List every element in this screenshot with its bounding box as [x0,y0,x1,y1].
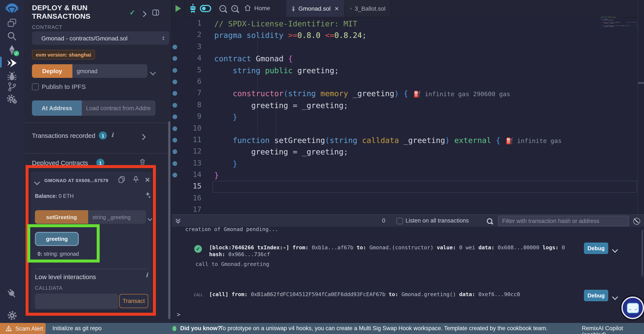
minimap-line [600,30,638,31]
clear-console-ban-icon[interactable] [633,218,640,226]
home-tab-label: Home [254,4,270,11]
scam-alert-button[interactable]: Scam Alert [0,323,46,334]
terminal-scrollbar[interactable] [642,230,643,277]
run-script-play-icon[interactable] [176,5,181,14]
setgreeting-expand-chevron-icon[interactable] [148,214,152,222]
tx-log-block[interactable]: [block:7646266 txIndex:-] from: 0xb1a...… [209,244,584,257]
deploy-expand-chevron-icon[interactable] [151,68,155,76]
terminal-filter-input[interactable]: Filter with transaction hash or address [498,216,629,226]
code-line[interactable]: 17 [172,204,644,215]
deploy-run-panel: DEPLOY & RUNTRANSACTIONS ✓ CONTRACT Gmon… [24,0,171,323]
terminal-search-icon[interactable] [487,218,492,226]
transactions-info-icon[interactable]: i [111,131,114,138]
panel-collapse-chevron-icon[interactable] [142,10,146,18]
calldata-input[interactable] [35,294,118,309]
code-text: contract Gmonad { [214,53,293,64]
at-address-button[interactable]: At Address [32,100,82,116]
tab-close-icon[interactable]: ✕ [334,5,339,12]
line-number: 1 [172,19,202,27]
code-text: // SPDX-License-Identifier: MIT [214,18,357,29]
deploy-run-icon[interactable] [0,57,24,69]
copilot-status[interactable]: RemixAI Copilot (enabled) [582,325,644,334]
zoom-out-icon[interactable]: − [219,5,226,14]
setgreeting-button[interactable]: setGreeting [35,210,88,224]
code-line[interactable]: 2pragma solidity >=0.8.0 <=0.8.24; [172,29,644,41]
low-level-info-icon[interactable]: i [146,272,148,278]
contract-select[interactable]: Gmonad - contracts/Gmonad.sol ▲▼ [32,31,169,45]
line-number: 4 [172,54,202,62]
pin-to-side-icon[interactable] [152,8,160,18]
terminal-prompt[interactable]: > [177,312,180,318]
setgreeting-arg-input[interactable]: string _greeting [88,210,146,224]
transactions-expand-chevron-icon[interactable] [140,133,145,141]
git-branch-icon[interactable] [0,81,24,93]
minimap[interactable]: // SPDX-License-Identifier: MITpragma so… [600,16,638,67]
line-number: 17 [172,205,202,214]
card-collapse-chevron-icon[interactable] [35,178,39,186]
log-expand-chevron-icon[interactable] [613,246,617,254]
code-line[interactable]: 13 } [172,158,644,169]
greeting-button[interactable]: greeting [35,232,79,246]
constructor-arg-input[interactable]: gmonad [72,64,147,78]
trash-icon[interactable] [139,158,146,167]
tab-gmonad-sol[interactable]: Gmonad.sol ✕ [286,0,344,17]
at-address-input[interactable]: Load contract from Addre [82,100,156,116]
code-line[interactable]: 14} [172,169,644,181]
code-line[interactable]: 4contract Gmonad { [172,53,644,64]
code-line[interactable]: 6 [172,76,644,88]
terminal-collapse-icon[interactable] [176,217,180,223]
line-number: 16 [172,194,202,202]
editor-scrollbar-thumb[interactable] [638,82,644,84]
code-line[interactable]: 16 [172,193,644,204]
close-contract-icon[interactable]: ✕ [145,176,150,184]
plugin-gears-icon[interactable] [0,93,24,105]
code-area[interactable]: 1// SPDX-License-Identifier: MIT2pragma … [172,18,644,214]
tab-home[interactable]: Home [244,4,270,11]
code-line[interactable]: 3 [172,41,644,53]
transact-button[interactable]: Transact [119,294,148,308]
code-line[interactable]: 8 greeting = _greeting; [172,99,644,111]
debug-button[interactable]: Debug [584,243,608,254]
call-type-label: CALL [194,293,203,297]
panel-scrollbar[interactable] [168,121,170,319]
code-line[interactable]: 12 greeting = _greeting; [172,146,644,158]
tab-3-ballot-sol[interactable]: 3_Ballot.sol [345,0,390,17]
pin-contract-icon[interactable] [132,175,140,186]
transactions-count-badge: 1 [99,131,107,140]
log-expand-chevron-icon[interactable] [613,293,617,301]
sparkles-ai-icon[interactable] [143,191,152,202]
call-to-log-line: call to Gmonad.greeting [196,261,269,267]
settings-gear-icon[interactable] [0,309,24,321]
code-line[interactable]: 9 } [172,111,644,123]
file-explorer-icon[interactable] [0,17,24,29]
code-line[interactable]: 7 constructor(string memory _greeting) {… [172,88,644,100]
contract-select-value: Gmonad - contracts/Gmonad.sol [41,35,128,41]
solidity-compiler-icon[interactable]: ✓ [0,44,24,57]
plug-icon[interactable] [0,288,24,300]
remixai-assistant-avatar[interactable] [622,297,644,319]
code-line[interactable]: 1// SPDX-License-Identifier: MIT [172,18,644,29]
code-text: pragma solidity >=0.8.0 <=0.8.24; [214,30,366,41]
debugger-bug-icon[interactable] [0,70,24,82]
publish-ipfs-checkbox[interactable] [32,83,39,90]
zoom-in-icon[interactable]: + [231,5,238,14]
line-number: 2 [172,30,202,39]
code-line[interactable]: 15 [172,181,644,193]
git-init-button[interactable]: Initialize as git repo [52,325,102,332]
listen-all-checkbox[interactable] [396,218,403,224]
code-line[interactable]: 11 function setGreeting(string calldata … [172,134,644,146]
copy-address-icon[interactable] [118,175,126,186]
search-icon[interactable] [0,30,24,42]
remix-logo[interactable] [0,2,24,16]
call-log-block[interactable]: [call] from: 0xB1aB62fdFC104512F594fCa0E… [209,291,584,298]
code-line[interactable]: 10 [172,123,644,134]
code-text: } [214,111,237,122]
deploy-button[interactable]: Deploy [32,64,72,78]
remixai-robot-icon[interactable] [188,3,198,15]
debug-button[interactable]: Debug [584,290,608,301]
warning-triangle-icon [6,326,12,332]
copilot-toggle-icon[interactable] [200,5,211,14]
select-arrows-icon: ▲▼ [162,35,165,41]
status-bar: Scam Alert Initialize as git repo Did yo… [0,323,644,334]
code-line[interactable]: 5 string public greeting; [172,64,644,76]
